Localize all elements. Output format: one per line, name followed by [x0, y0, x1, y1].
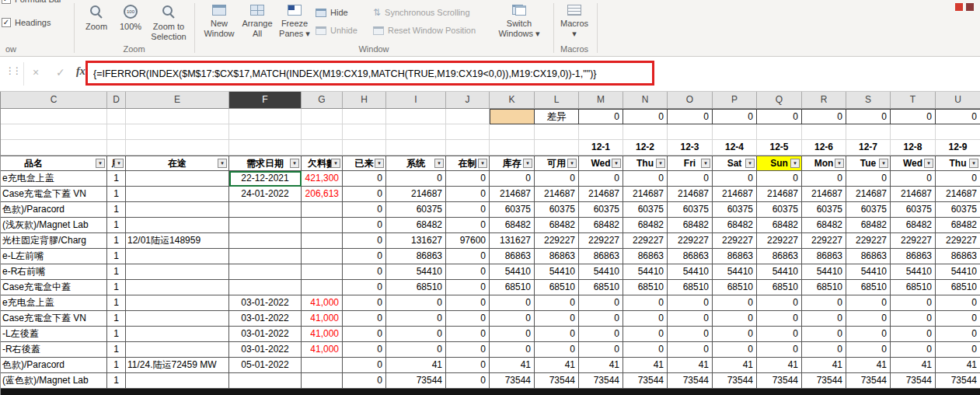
- transit-cell[interactable]: [126, 187, 229, 202]
- value-cell[interactable]: 73544: [891, 373, 936, 389]
- filter-dropdown-button[interactable]: ▾: [924, 159, 933, 168]
- value-cell[interactable]: 0: [623, 327, 668, 342]
- value-cell[interactable]: 0: [343, 373, 386, 389]
- value-cell[interactable]: 41: [623, 358, 668, 373]
- column-header-R[interactable]: R: [802, 92, 846, 109]
- transit-cell[interactable]: [126, 218, 229, 233]
- filter-header-8[interactable]: 库存▾: [490, 156, 535, 171]
- value-cell[interactable]: 0: [535, 327, 579, 342]
- qty-cell[interactable]: 1: [107, 202, 126, 218]
- diff-value-cell[interactable]: 0: [757, 109, 802, 124]
- value-cell[interactable]: 41: [490, 358, 535, 373]
- value-cell[interactable]: 0: [891, 311, 936, 327]
- value-cell[interactable]: 54410: [668, 264, 713, 280]
- cell[interactable]: [936, 124, 980, 140]
- product-name-cell[interactable]: (浅灰款)/Magnet Lab: [1, 218, 107, 233]
- filter-dropdown-button[interactable]: ▾: [879, 159, 888, 168]
- value-cell[interactable]: 0: [668, 311, 713, 327]
- value-cell[interactable]: 0: [446, 358, 490, 373]
- value-cell[interactable]: 214687: [891, 187, 936, 202]
- demand-date-cell[interactable]: [229, 264, 302, 280]
- transit-cell[interactable]: [126, 342, 229, 358]
- value-cell[interactable]: 0: [579, 327, 623, 342]
- shortage-cell[interactable]: 41,000: [302, 327, 343, 342]
- cell[interactable]: [302, 109, 343, 124]
- shortage-cell[interactable]: [302, 218, 343, 233]
- cell[interactable]: [490, 124, 535, 140]
- shortage-cell[interactable]: 41,000: [302, 295, 343, 311]
- shortage-cell[interactable]: [302, 249, 343, 264]
- value-cell[interactable]: 0: [535, 342, 579, 358]
- date-header-cell[interactable]: 12-9: [936, 140, 980, 156]
- value-cell[interactable]: 68510: [623, 280, 668, 295]
- value-cell[interactable]: 60375: [535, 202, 579, 218]
- date-header-cell[interactable]: 12-3: [668, 140, 713, 156]
- value-cell[interactable]: 0: [446, 249, 490, 264]
- value-cell[interactable]: 214687: [713, 187, 757, 202]
- qty-cell[interactable]: 1: [107, 358, 126, 373]
- value-cell[interactable]: 41: [802, 358, 846, 373]
- value-cell[interactable]: 68482: [757, 218, 802, 233]
- value-cell[interactable]: 214687: [490, 187, 535, 202]
- demand-date-cell[interactable]: 24-01-2022: [229, 187, 302, 202]
- product-name-cell[interactable]: (蓝色款)/Magnet Lab: [1, 373, 107, 389]
- value-cell[interactable]: 0: [446, 280, 490, 295]
- value-cell[interactable]: 68510: [802, 280, 846, 295]
- value-cell[interactable]: 0: [343, 171, 386, 187]
- value-cell[interactable]: 86863: [535, 249, 579, 264]
- demand-date-cell[interactable]: 03-01-2022: [229, 311, 302, 327]
- filter-header-3[interactable]: 需求日期▾: [229, 156, 302, 171]
- value-cell[interactable]: 86863: [846, 249, 891, 264]
- value-cell[interactable]: 54410: [490, 264, 535, 280]
- filter-header-6[interactable]: 系统▾: [386, 156, 446, 171]
- value-cell[interactable]: 0: [343, 342, 386, 358]
- date-header-cell[interactable]: 12-8: [891, 140, 936, 156]
- value-cell[interactable]: 73544: [535, 373, 579, 389]
- column-header-G[interactable]: G: [302, 92, 343, 109]
- transit-cell[interactable]: 12/01陆运148959: [126, 233, 229, 249]
- cell[interactable]: [1, 124, 107, 140]
- value-cell[interactable]: 0: [846, 327, 891, 342]
- value-cell[interactable]: 68510: [579, 280, 623, 295]
- product-name-cell[interactable]: -L左後蓋: [1, 327, 107, 342]
- value-cell[interactable]: 214687: [386, 187, 446, 202]
- filter-dropdown-button[interactable]: ▾: [218, 159, 227, 168]
- enter-icon[interactable]: ✓: [56, 66, 65, 79]
- value-cell[interactable]: 73544: [713, 373, 757, 389]
- filter-header-10[interactable]: Wed▾: [579, 156, 623, 171]
- transit-cell[interactable]: [126, 311, 229, 327]
- corner-icon[interactable]: [955, 3, 963, 11]
- value-cell[interactable]: 68482: [490, 218, 535, 233]
- partial-row[interactable]: [1, 389, 980, 395]
- value-cell[interactable]: 54410: [535, 264, 579, 280]
- diff-label-cell[interactable]: 差异: [535, 109, 579, 124]
- value-cell[interactable]: 0: [936, 311, 980, 327]
- cell[interactable]: [126, 140, 229, 156]
- value-cell[interactable]: 229227: [802, 233, 846, 249]
- value-cell[interactable]: 68482: [891, 218, 936, 233]
- value-cell[interactable]: 41: [713, 358, 757, 373]
- qty-cell[interactable]: 1: [107, 295, 126, 311]
- value-cell[interactable]: 86863: [936, 249, 980, 264]
- value-cell[interactable]: 0: [579, 295, 623, 311]
- diff-value-cell[interactable]: 0: [936, 109, 980, 124]
- diff-value-cell[interactable]: 0: [846, 109, 891, 124]
- value-cell[interactable]: 0: [713, 342, 757, 358]
- value-cell[interactable]: 0: [386, 311, 446, 327]
- column-header-M[interactable]: M: [579, 92, 623, 109]
- value-cell[interactable]: 41: [535, 358, 579, 373]
- product-name-cell[interactable]: Case充電盒下蓋 VN: [1, 311, 107, 327]
- cell[interactable]: [386, 109, 446, 124]
- value-cell[interactable]: 0: [490, 327, 535, 342]
- cell[interactable]: [713, 124, 757, 140]
- value-cell[interactable]: 54410: [713, 264, 757, 280]
- value-cell[interactable]: 0: [757, 171, 802, 187]
- value-cell[interactable]: 0: [713, 171, 757, 187]
- cell[interactable]: [343, 124, 386, 140]
- value-cell[interactable]: 0: [802, 342, 846, 358]
- filter-header-2[interactable]: 在途▾: [126, 156, 229, 171]
- filter-dropdown-button[interactable]: ▾: [835, 159, 844, 168]
- transit-cell[interactable]: [126, 202, 229, 218]
- value-cell[interactable]: 0: [446, 373, 490, 389]
- value-cell[interactable]: 0: [343, 311, 386, 327]
